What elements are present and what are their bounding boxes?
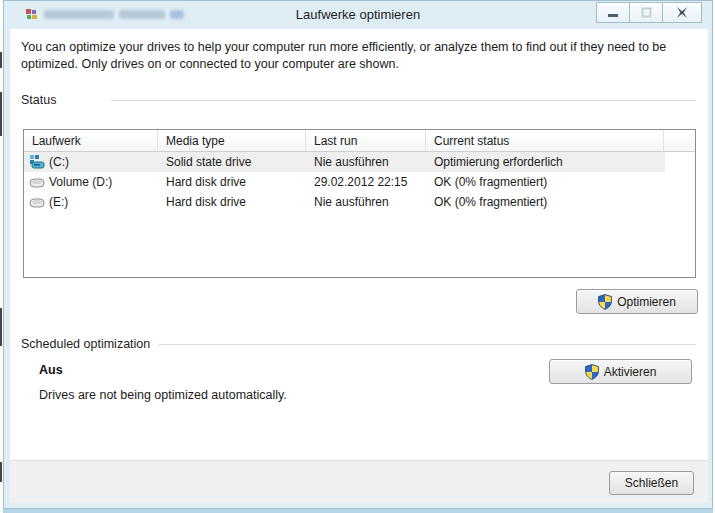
column-header-spacer [664, 130, 695, 151]
table-row-drive-e[interactable]: (E:) Hard disk drive Nie ausführen OK (0… [24, 192, 695, 212]
status-section-label: Status [21, 93, 56, 107]
drive-name-cell: (E:) [24, 195, 158, 209]
scheduled-state-value: Aus [39, 363, 63, 377]
drive-table-header: Laufwerk Media type Last run Current sta… [24, 130, 695, 152]
media-type-cell: Hard disk drive [158, 195, 306, 209]
window-controls [597, 2, 702, 23]
uac-shield-icon [598, 294, 612, 310]
column-header-current-status[interactable]: Current status [426, 130, 664, 151]
window-bottom-edge [3, 509, 713, 513]
close-window-button[interactable] [662, 2, 702, 23]
drive-table: Laufwerk Media type Last run Current sta… [23, 129, 696, 278]
optimize-drives-dialog: Laufwerke optimieren You can optimize yo… [3, 0, 713, 509]
table-row-drive-d[interactable]: Volume (D:) Hard disk drive 29.02.2012 2… [24, 172, 695, 192]
media-type-cell: Hard disk drive [158, 175, 306, 189]
system-drive-icon [29, 155, 45, 169]
scheduled-state-description: Drives are not being optimized automatic… [39, 388, 287, 402]
current-status-cell: OK (0% fragmentiert) [426, 175, 664, 189]
maximize-button [629, 2, 663, 23]
scheduled-section-label: Scheduled optimization [21, 337, 150, 351]
maximize-icon [641, 7, 652, 18]
intro-text: You can optimize your drives to help you… [21, 39, 689, 73]
drive-name-cell: Volume (D:) [24, 175, 158, 189]
close-button[interactable]: Schließen [609, 471, 694, 495]
minimize-icon [607, 8, 619, 18]
last-run-cell: 29.02.2012 22:15 [306, 175, 426, 189]
hard-disk-drive-icon [29, 175, 45, 189]
last-run-cell: Nie ausführen [306, 155, 426, 169]
optimize-button[interactable]: Optimieren [576, 289, 698, 314]
uac-shield-icon [585, 364, 599, 380]
optimize-button-label: Optimieren [617, 295, 676, 309]
hard-disk-drive-icon [29, 195, 45, 209]
dialog-footer [10, 460, 708, 503]
table-row-drive-c[interactable]: (C:) Solid state drive Nie ausführen Opt… [24, 152, 695, 172]
close-icon [676, 7, 688, 18]
current-status-cell: OK (0% fragmentiert) [426, 195, 664, 209]
scheduled-section-header: Scheduled optimization [21, 337, 696, 351]
last-run-cell: Nie ausführen [306, 195, 426, 209]
status-section-divider [111, 100, 696, 101]
activate-button-label: Aktivieren [604, 365, 657, 379]
dialog-content: You can optimize your drives to help you… [10, 29, 708, 503]
scheduled-section-divider [159, 344, 696, 345]
media-type-cell: Solid state drive [158, 155, 306, 169]
drive-name-cell: (C:) [24, 155, 158, 169]
column-header-media-type[interactable]: Media type [158, 130, 306, 151]
status-section-header: Status [21, 93, 696, 107]
minimize-button[interactable] [596, 2, 630, 23]
current-status-cell: Optimierung erforderlich [426, 155, 664, 169]
column-header-drive[interactable]: Laufwerk [24, 130, 158, 151]
close-button-label: Schließen [625, 476, 678, 490]
column-header-last-run[interactable]: Last run [306, 130, 426, 151]
title-bar: Laufwerke optimieren [4, 1, 712, 29]
activate-button[interactable]: Aktivieren [549, 359, 692, 384]
